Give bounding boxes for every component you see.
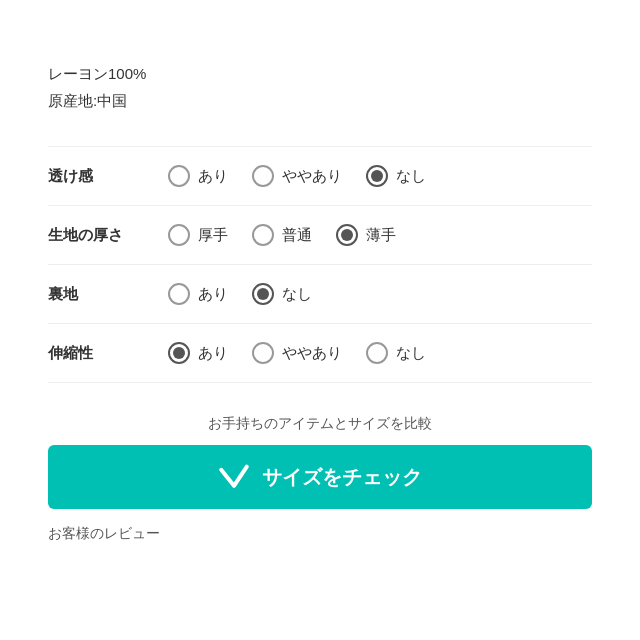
attributes-section: 透け感ありややありなし生地の厚さ厚手普通薄手裏地ありなし伸縮性ありややありなし [48, 146, 592, 383]
attribute-options-lining: ありなし [168, 283, 592, 305]
material-info: レーヨン100% 原産地:中国 [48, 60, 592, 114]
radio-option-transparency-1[interactable]: ややあり [252, 165, 342, 187]
radio-circle-transparency-2 [366, 165, 388, 187]
attribute-label-stretch: 伸縮性 [48, 344, 168, 363]
radio-label-stretch-2: なし [396, 344, 426, 363]
radio-circle-thickness-2 [336, 224, 358, 246]
radio-circle-lining-0 [168, 283, 190, 305]
attribute-label-lining: 裏地 [48, 285, 168, 304]
radio-option-thickness-0[interactable]: 厚手 [168, 224, 228, 246]
radio-option-lining-1[interactable]: なし [252, 283, 312, 305]
radio-label-thickness-2: 薄手 [366, 226, 396, 245]
radio-circle-stretch-0 [168, 342, 190, 364]
attribute-options-stretch: ありややありなし [168, 342, 592, 364]
attribute-row-stretch: 伸縮性ありややありなし [48, 324, 592, 383]
radio-label-thickness-1: 普通 [282, 226, 312, 245]
material-line1: レーヨン100% [48, 60, 592, 87]
radio-option-stretch-1[interactable]: ややあり [252, 342, 342, 364]
radio-option-lining-0[interactable]: あり [168, 283, 228, 305]
check-icon [218, 463, 250, 491]
size-check-button[interactable]: サイズをチェック [48, 445, 592, 509]
radio-label-transparency-0: あり [198, 167, 228, 186]
size-check-label: サイズをチェック [262, 464, 422, 491]
size-check-section: お手持ちのアイテムとサイズを比較 サイズをチェック [48, 415, 592, 509]
radio-label-transparency-1: ややあり [282, 167, 342, 186]
radio-label-lining-0: あり [198, 285, 228, 304]
radio-label-transparency-2: なし [396, 167, 426, 186]
attribute-row-thickness: 生地の厚さ厚手普通薄手 [48, 206, 592, 265]
radio-option-transparency-0[interactable]: あり [168, 165, 228, 187]
radio-circle-transparency-1 [252, 165, 274, 187]
radio-circle-stretch-1 [252, 342, 274, 364]
material-line2: 原産地:中国 [48, 87, 592, 114]
radio-option-thickness-1[interactable]: 普通 [252, 224, 312, 246]
radio-circle-thickness-0 [168, 224, 190, 246]
attribute-options-thickness: 厚手普通薄手 [168, 224, 592, 246]
radio-label-stretch-1: ややあり [282, 344, 342, 363]
attribute-row-lining: 裏地ありなし [48, 265, 592, 324]
radio-label-stretch-0: あり [198, 344, 228, 363]
radio-label-lining-1: なし [282, 285, 312, 304]
size-compare-text: お手持ちのアイテムとサイズを比較 [48, 415, 592, 433]
attribute-row-transparency: 透け感ありややありなし [48, 146, 592, 206]
radio-option-thickness-2[interactable]: 薄手 [336, 224, 396, 246]
radio-option-stretch-2[interactable]: なし [366, 342, 426, 364]
radio-label-thickness-0: 厚手 [198, 226, 228, 245]
bottom-hint: お客様のレビュー [48, 525, 592, 543]
attribute-label-thickness: 生地の厚さ [48, 226, 168, 245]
radio-option-transparency-2[interactable]: なし [366, 165, 426, 187]
radio-option-stretch-0[interactable]: あり [168, 342, 228, 364]
radio-circle-thickness-1 [252, 224, 274, 246]
radio-circle-transparency-0 [168, 165, 190, 187]
attribute-label-transparency: 透け感 [48, 167, 168, 186]
attribute-options-transparency: ありややありなし [168, 165, 592, 187]
radio-circle-stretch-2 [366, 342, 388, 364]
radio-circle-lining-1 [252, 283, 274, 305]
